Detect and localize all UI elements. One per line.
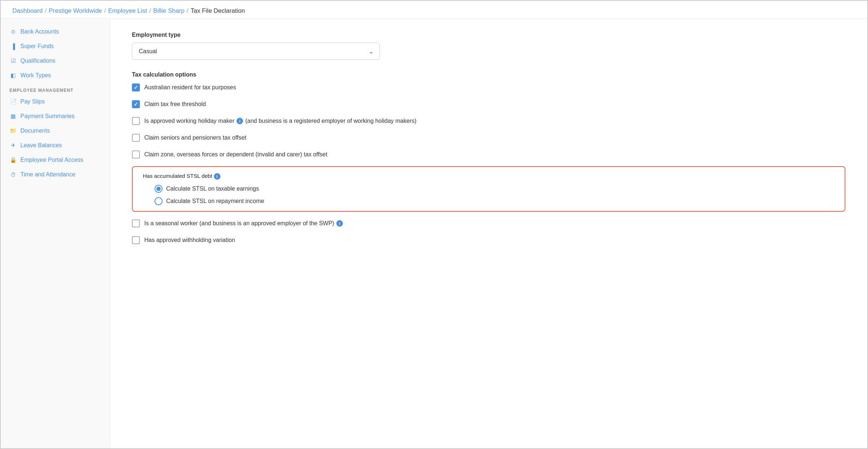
tax-calc-label: Tax calculation options <box>132 71 845 78</box>
working-holiday-info-icon[interactable]: i <box>236 118 243 124</box>
sidebar-item-super-funds[interactable]: ▐ Super Funds <box>1 39 110 54</box>
employee-management-label: EMPLOYEE MANAGEMENT <box>1 83 110 94</box>
sidebar-label-super-funds: Super Funds <box>20 43 54 50</box>
breadcrumb-prestige[interactable]: Prestige Worldwide <box>49 7 102 15</box>
sidebar-label-documents: Documents <box>20 128 50 134</box>
checkbox-working-holiday-input[interactable] <box>132 117 140 125</box>
sidebar-item-bank-accounts[interactable]: ⊙ Bank Accounts <box>1 24 110 39</box>
checkbox-seniors-pensioners: Claim seniors and pensioners tax offset <box>132 133 845 143</box>
sidebar-item-time-and-attendance[interactable]: ⏱ Time and Attendance <box>1 167 110 182</box>
breadcrumb-sep-1: / <box>45 7 47 15</box>
sidebar-label-work-types: Work Types <box>20 72 51 79</box>
circle-icon: ⊙ <box>9 28 17 35</box>
tax-calculation-section: Tax calculation options Australian resid… <box>132 71 845 245</box>
briefcase-icon: ◧ <box>9 72 17 79</box>
breadcrumb-sep-3: / <box>149 7 151 15</box>
checkbox-zone-overseas: Claim zone, overseas forces or dependent… <box>132 149 845 160</box>
breadcrumb-billie-sharp[interactable]: Billie Sharp <box>153 7 184 15</box>
sidebar-item-pay-slips[interactable]: 📄 Pay Slips <box>1 94 110 109</box>
breadcrumb-employee-list[interactable]: Employee List <box>108 7 147 15</box>
sidebar-label-qualifications: Qualifications <box>20 58 55 64</box>
seasonal-worker-info-icon[interactable]: i <box>336 220 343 227</box>
checkbox-approved-withholding-input[interactable] <box>132 236 140 244</box>
radio-stsl-repayment-input[interactable] <box>155 197 163 205</box>
sidebar-item-work-types[interactable]: ◧ Work Types <box>1 68 110 83</box>
grid-icon: ▦ <box>9 113 17 120</box>
sidebar-label-time-and-attendance: Time and Attendance <box>20 171 75 178</box>
checkbox-australian-resident: Australian resident for tax purposes <box>132 82 845 93</box>
breadcrumb-sep-4: / <box>187 7 188 15</box>
sidebar-label-payment-summaries: Payment Summaries <box>20 113 75 120</box>
checkbox-approved-withholding: Has approved withholding variation <box>132 235 845 245</box>
checkbox-tax-free-threshold-input[interactable] <box>132 100 140 108</box>
folder-icon: 📁 <box>9 127 17 134</box>
radio-stsl-repayment: Calculate STSL on repayment income <box>155 197 837 205</box>
checkbox-seniors-pensioners-label: Claim seniors and pensioners tax offset <box>144 133 246 142</box>
checkbox-zone-overseas-label: Claim zone, overseas forces or dependent… <box>144 150 327 159</box>
checkbox-seniors-pensioners-input[interactable] <box>132 134 140 142</box>
employment-type-dropdown-wrapper: Casual Full Time Part Time Labour Hire S… <box>132 43 380 60</box>
sidebar-item-leave-balances[interactable]: ✈ Leave Balances <box>1 138 110 153</box>
radio-stsl-repayment-label: Calculate STSL on repayment income <box>166 198 264 204</box>
employment-type-section: Employment type Casual Full Time Part Ti… <box>132 32 845 60</box>
sidebar-item-qualifications[interactable]: ☑ Qualifications <box>1 54 110 68</box>
checkbox-australian-resident-label: Australian resident for tax purposes <box>144 83 236 92</box>
checkbox-seasonal-worker-label: Is a seasonal worker (and business is an… <box>144 219 343 228</box>
sidebar-item-documents[interactable]: 📁 Documents <box>1 124 110 138</box>
checkbox-seasonal-worker-input[interactable] <box>132 219 140 227</box>
plane-icon: ✈ <box>9 142 17 149</box>
file-icon: 📄 <box>9 98 17 105</box>
stsl-box: Has accumulated STSL debt i Calculate ST… <box>132 166 845 212</box>
breadcrumb-dashboard[interactable]: Dashboard <box>12 7 43 15</box>
breadcrumb-current: Tax File Declaration <box>191 7 245 15</box>
radio-stsl-taxable-input[interactable] <box>155 185 163 193</box>
check-square-icon: ☑ <box>9 57 17 65</box>
stsl-radio-group: Calculate STSL on taxable earnings Calcu… <box>138 185 837 205</box>
clock-icon: ⏱ <box>9 171 17 178</box>
sidebar-item-employee-portal-access[interactable]: 🔒 Employee Portal Access <box>1 153 110 167</box>
sidebar-label-employee-portal-access: Employee Portal Access <box>20 157 83 163</box>
checkbox-approved-withholding-label: Has approved withholding variation <box>144 236 235 245</box>
sidebar-label-pay-slips: Pay Slips <box>20 98 45 105</box>
sidebar: ⊙ Bank Accounts ▐ Super Funds ☑ Qualific… <box>1 19 110 448</box>
checkbox-australian-resident-input[interactable] <box>132 83 140 91</box>
page-wrapper: Dashboard / Prestige Worldwide / Employe… <box>0 0 868 449</box>
sidebar-item-payment-summaries[interactable]: ▦ Payment Summaries <box>1 109 110 124</box>
sidebar-label-leave-balances: Leave Balances <box>20 142 62 149</box>
checkbox-tax-free-threshold: Claim tax free threshold <box>132 99 845 109</box>
checkbox-seasonal-worker: Is a seasonal worker (and business is an… <box>132 218 845 229</box>
employment-type-select[interactable]: Casual Full Time Part Time Labour Hire S… <box>132 43 380 60</box>
breadcrumb: Dashboard / Prestige Worldwide / Employe… <box>1 1 867 18</box>
employment-type-label: Employment type <box>132 32 845 38</box>
stsl-checkbox-row: Has accumulated STSL debt i <box>138 173 837 180</box>
checkbox-working-holiday-label: Is approved working holiday maker i (and… <box>144 117 417 125</box>
bar-chart-icon: ▐ <box>9 43 17 50</box>
main-content: Employment type Casual Full Time Part Ti… <box>110 19 867 448</box>
radio-stsl-taxable: Calculate STSL on taxable earnings <box>155 185 837 193</box>
lock-icon: 🔒 <box>9 156 17 164</box>
sidebar-label-bank-accounts: Bank Accounts <box>20 28 59 35</box>
radio-stsl-taxable-label: Calculate STSL on taxable earnings <box>166 186 259 192</box>
breadcrumb-sep-2: / <box>104 7 106 15</box>
stsl-info-icon[interactable]: i <box>214 173 220 180</box>
checkbox-working-holiday: Is approved working holiday maker i (and… <box>132 116 845 126</box>
checkbox-zone-overseas-input[interactable] <box>132 151 140 159</box>
checkbox-stsl-label: Has accumulated STSL debt i <box>143 173 220 180</box>
main-area: ⊙ Bank Accounts ▐ Super Funds ☑ Qualific… <box>1 18 867 448</box>
checkbox-tax-free-threshold-label: Claim tax free threshold <box>144 100 206 109</box>
